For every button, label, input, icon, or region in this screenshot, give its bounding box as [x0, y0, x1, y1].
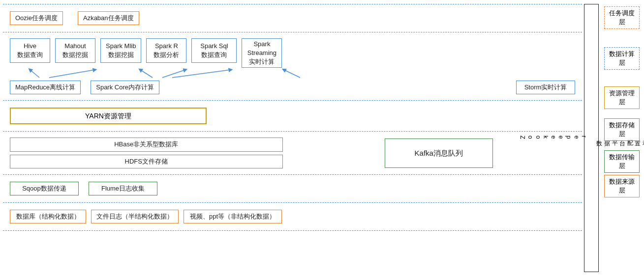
- rl-storage: 数据存储层: [603, 110, 641, 149]
- rl-compute: 数据计算层: [603, 31, 641, 85]
- transport-row: Sqoop数据传递 Flume日志收集: [3, 174, 582, 202]
- db-box: 数据库（结构化数据）: [10, 210, 86, 223]
- mahout-box: Mahout数据挖掘: [55, 38, 95, 63]
- svg-line-2: [140, 70, 153, 78]
- hbase-box: HBase非关系型数据库: [10, 138, 283, 151]
- rl-storage-label: 数据存储层: [604, 118, 640, 141]
- rl-resource: 资源管理层: [603, 85, 641, 110]
- rl-transport: 数据传输层: [603, 149, 641, 174]
- scheduling-row: Oozie任务调度 Azkaban任务调度: [3, 4, 582, 32]
- oozie-box: Oozie任务调度: [10, 11, 63, 25]
- flume-box: Flume日志收集: [89, 182, 157, 195]
- right-labels-container: 任务调度层 数据计算层 资源管理层 数据存储层 数据传输层 数据来源层: [601, 4, 641, 272]
- sparkcore-box: Spark Core内存计算: [91, 81, 159, 94]
- kafka-box: Kafka消息队列: [385, 138, 493, 168]
- rl-scheduling-label: 任务调度层: [604, 6, 640, 29]
- hdfs-box: HDFS文件存储: [10, 155, 283, 168]
- storage-left: HBase非关系型数据库 HDFS文件存储: [10, 138, 283, 168]
- diagram-layers: Oozie任务调度 Azkaban任务调度 Hive数据查询 Mahout数据挖…: [3, 4, 582, 272]
- sparkstreaming-box: SparkStreaming实时计算: [242, 38, 282, 68]
- sparkmlib-box: Spark Mlib数据挖掘: [100, 38, 141, 63]
- rl-resource-label: 资源管理层: [604, 86, 640, 109]
- sparkr-box: Spark R数据分析: [146, 38, 186, 63]
- azkaban-box: Azkaban任务调度: [78, 11, 139, 25]
- filelog-box: 文件日志（半结构化数据）: [91, 210, 179, 223]
- storm-box: Storm实时计算: [516, 81, 575, 94]
- hive-box: Hive数据查询: [10, 38, 50, 63]
- video-box: 视频、ppt等（非结构化数据）: [184, 210, 282, 223]
- rl-compute-label: 数据计算层: [604, 47, 640, 70]
- source-row: 数据库（结构化数据） 文件日志（半结构化数据） 视频、ppt等（非结构化数据）: [3, 202, 582, 231]
- svg-line-0: [30, 70, 39, 78]
- yarn-box: YARN资源管理: [10, 108, 207, 124]
- sqoop-box: Sqoop数据传递: [10, 182, 79, 195]
- resource-row: YARN资源管理: [3, 100, 582, 131]
- zookeeper-bar: Zookeeper数据平台配置和调度: [584, 4, 599, 272]
- svg-line-1: [49, 70, 95, 78]
- compute-row: Hive数据查询 Mahout数据挖掘 Spark Mlib数据挖掘 Spark…: [3, 32, 582, 100]
- sparksql-box: Spark Sql数据查询: [191, 38, 237, 63]
- diagram-with-zoo: Oozie任务调度 Azkaban任务调度 Hive数据查询 Mahout数据挖…: [3, 4, 601, 272]
- mapreduce-box: MapReduce离线计算: [10, 81, 81, 94]
- rl-source: 数据来源层: [603, 174, 641, 198]
- rl-source-label: 数据来源层: [604, 175, 640, 197]
- storage-row: HBase非关系型数据库 HDFS文件存储 Kafka消息队列: [3, 131, 582, 174]
- main-container: Oozie任务调度 Azkaban任务调度 Hive数据查询 Mahout数据挖…: [0, 0, 644, 276]
- svg-line-5: [284, 70, 300, 78]
- rl-transport-label: 数据传输层: [604, 150, 640, 173]
- arrow-connectors: [10, 70, 354, 78]
- rl-scheduling: 任务调度层: [603, 4, 641, 31]
